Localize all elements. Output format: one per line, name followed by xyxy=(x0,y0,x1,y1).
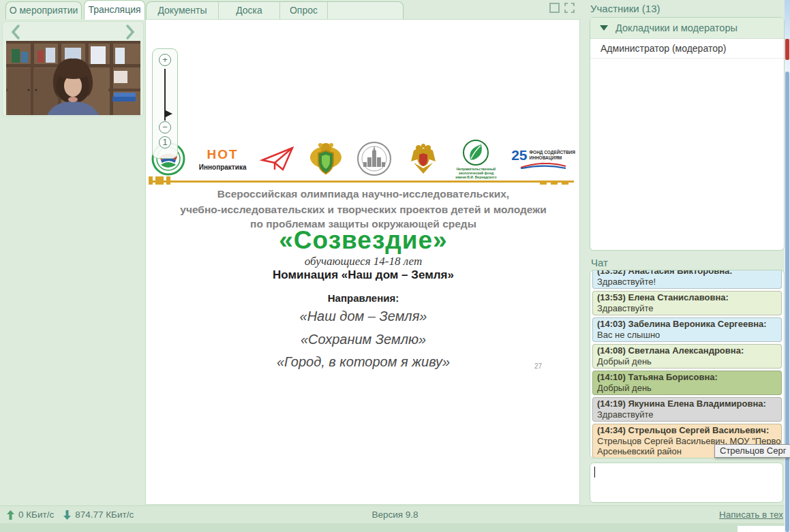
tab-board[interactable]: Доска xyxy=(219,2,280,19)
slide-directions-label: Направления: xyxy=(146,292,581,304)
chat-message-text: Вас не слышно xyxy=(597,330,777,340)
participants-panel-title: Участники (13) xyxy=(590,3,660,14)
prosecutor-emblem-logo xyxy=(309,141,343,176)
slide-zoom-control: + − 1 xyxy=(152,48,178,159)
app-version: Версия 9.8 xyxy=(0,510,790,520)
gold-ornament-right xyxy=(540,182,571,185)
collapse-triangle-icon xyxy=(600,25,608,31)
not-logo: НОТ Иннопрактика xyxy=(199,147,247,171)
slide-title-line-2: учебно-исследовательских и творческих пр… xyxy=(146,202,581,217)
tab-group: Документы Доска Опрос xyxy=(146,1,404,19)
chat-message[interactable]: (14:08) Светлана Александровна: Добрый д… xyxy=(592,344,782,369)
vernadsky-fund-logo: Неправительственный экологический фонд и… xyxy=(454,139,498,179)
slide-page-number: 27 xyxy=(534,362,542,370)
innovation-fund-25-logo: 25 ФОНД СОДЕЙСТВИЯ ИННОВАЦИЯМ xyxy=(511,148,575,169)
scrollbar-thumb[interactable] xyxy=(785,72,789,532)
msu-emblem-logo xyxy=(356,141,392,176)
paper-plane-logo xyxy=(260,145,295,172)
chat-message-author: (14:03) Забелина Вероника Сергеевна: xyxy=(597,319,777,330)
chat-message[interactable]: (14:19) Якунина Елена Владимировна: Здра… xyxy=(592,397,782,422)
window-restore-icon[interactable] xyxy=(549,3,560,13)
zoom-slider[interactable] xyxy=(164,69,166,121)
chat-author-tooltip: Стрельцов Серг xyxy=(714,444,790,458)
slide-direction-1: «Наш дом – Земля» xyxy=(146,309,581,324)
gold-divider xyxy=(149,181,574,183)
participants-group-header[interactable]: Докладчики и модераторы xyxy=(590,18,784,39)
zoom-slider-thumb[interactable] xyxy=(164,110,172,118)
bottom-strip xyxy=(0,523,790,532)
zoom-out-button[interactable]: − xyxy=(159,121,171,134)
chat-message-text: Здравствуйте xyxy=(597,303,777,313)
chat-message-text: Здравствуйте! xyxy=(597,277,777,287)
chat-message[interactable]: (13:52) Анастасия Викторовна: Здравствуй… xyxy=(592,270,782,289)
slide-direction-3: «Город, в котором я живу» xyxy=(146,354,581,370)
webcam-video-speaker[interactable] xyxy=(6,41,140,115)
chat-message-text: Добрый день xyxy=(597,356,777,366)
tab-about-event[interactable]: О мероприятии xyxy=(5,1,82,19)
bottom-right-popup-edge xyxy=(738,526,785,532)
chat-message-author: (14:19) Якунина Елена Владимировна: xyxy=(597,398,777,409)
slide-title-line-1: Всероссийская олимпиада научно-исследова… xyxy=(146,187,581,201)
next-video-icon[interactable] xyxy=(123,24,138,40)
slide-nomination: Номинация «Наш дом – Земля» xyxy=(146,268,581,282)
chat-message[interactable]: (14:03) Забелина Вероника Сергеевна: Вас… xyxy=(592,317,782,342)
chat-message-author: (14:08) Светлана Александровна: xyxy=(597,345,777,356)
chat-message-text: Здравствуйте xyxy=(597,409,777,420)
presentation-viewer: + − 1 НОТ Иннопрактика xyxy=(145,19,580,505)
innopraktika-label: Иннопрактика xyxy=(199,163,247,171)
chat-message[interactable]: (13:53) Елена Станиславовна: Здравствуйт… xyxy=(592,291,782,315)
chat-message-author: (13:52) Анастасия Викторовна: xyxy=(597,270,777,277)
chat-message-list[interactable]: (13:52) Анастасия Викторовна: Здравствуй… xyxy=(590,270,785,458)
participants-panel: Докладчики и модераторы Администратор (м… xyxy=(590,17,785,251)
video-carousel xyxy=(2,21,144,116)
fullscreen-icon[interactable] xyxy=(564,3,575,13)
zoom-reset-button[interactable]: 1 xyxy=(159,136,171,148)
text-cursor xyxy=(594,467,595,478)
chat-input[interactable] xyxy=(590,463,783,503)
prev-video-icon[interactable] xyxy=(8,24,23,40)
tab-poll[interactable]: Опрос xyxy=(280,2,328,19)
slide-direction-2: «Сохраним Землю» xyxy=(146,332,581,347)
tech-support-link[interactable]: Написать в тех xyxy=(719,510,783,520)
tab-broadcast[interactable]: Трансляция xyxy=(84,0,145,20)
tab-documents[interactable]: Документы xyxy=(147,2,219,19)
zoom-in-button[interactable]: + xyxy=(159,54,171,66)
fund25-line2: ИННОВАЦИЯМ xyxy=(530,155,575,161)
chat-message-text: Добрый день xyxy=(597,383,777,393)
vernadsky-fund-label: Неправительственный экологический фонд и… xyxy=(454,167,498,179)
top-tab-bar: О мероприятии Трансляция Документы Доска… xyxy=(0,0,790,19)
chat-message-author: (13:53) Елена Станиславовна: xyxy=(597,292,777,303)
fund25-number: 25 xyxy=(511,148,527,162)
tab-group-filler xyxy=(328,2,403,19)
participant-row-admin[interactable]: Администратор (модератор) xyxy=(590,39,784,59)
chat-message-author: (14:34) Стрельцов Сергей Васильевич: xyxy=(597,425,777,436)
chat-message[interactable]: (14:10) Татьяна Борисовна: Добрый день xyxy=(592,371,782,395)
chat-message-author: (14:10) Татьяна Борисовна: xyxy=(597,372,777,383)
slide-logo-strip: НОТ Иннопрактика xyxy=(151,140,575,178)
participants-group-label: Докладчики и модераторы xyxy=(616,22,738,33)
status-bar: 0 КБит/с 874.77 КБит/с Версия 9.8 Написа… xyxy=(0,505,790,523)
scrollbar-red-marker xyxy=(785,39,789,60)
participant-name: Администратор (модератор) xyxy=(601,43,726,54)
russian-federation-emblem-logo xyxy=(406,141,441,176)
chat-panel-title: Чат xyxy=(591,257,608,268)
fund25-line1: ФОНД СОДЕЙСТВИЯ xyxy=(530,150,575,155)
slide-subtitle: обучающиеся 14-18 лет xyxy=(146,255,581,268)
slide-main-title: «Созвездие» xyxy=(146,226,581,255)
